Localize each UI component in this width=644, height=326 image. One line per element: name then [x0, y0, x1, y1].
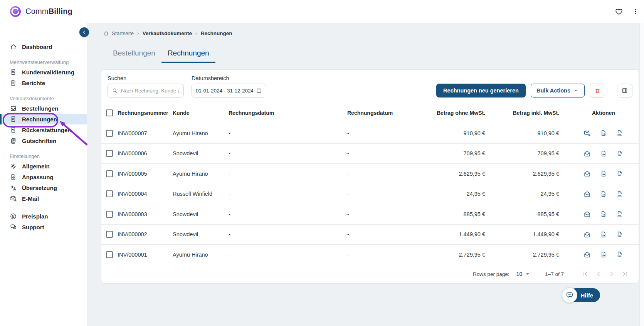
- row-checkbox[interactable]: [106, 251, 113, 258]
- gear-icon: [10, 163, 17, 170]
- kebab-menu-icon[interactable]: [632, 7, 639, 16]
- table-toolbar: Suchen Datumsbereich Rechnungen neu gene…: [101, 70, 639, 103]
- download-xml-button[interactable]: XML: [616, 210, 623, 218]
- sidebar-item-allgemein[interactable]: Allgemein: [0, 161, 87, 171]
- send-invoice-email-button[interactable]: [583, 251, 591, 258]
- breadcrumb-separator: ›: [195, 30, 197, 36]
- breadcrumb-item-rechnungen[interactable]: Rechnungen: [201, 30, 232, 36]
- customer-name: Snowdevil: [173, 211, 229, 217]
- sidebar-nav: DashboardMehrwertsteuerverwaltungKundenv…: [0, 41, 87, 232]
- brand[interactable]: CommBilling: [9, 5, 72, 18]
- regenerate-invoices-button[interactable]: Rechnungen neu generieren: [436, 84, 526, 97]
- sidebar-item-bestellungen[interactable]: Bestellungen: [0, 103, 87, 114]
- amount-net: 2.629,95 €: [413, 171, 485, 177]
- download-xml-button[interactable]: XML: [616, 170, 623, 177]
- row-checkbox[interactable]: [106, 190, 113, 197]
- invoice-row: INV/000006Snowdevil--709,95 €709,95 €XML: [101, 144, 639, 164]
- sidebar-item-rechnungen[interactable]: Rechnungen: [0, 114, 87, 124]
- sidebar-section-gap: [0, 204, 87, 211]
- scrollbar-track[interactable]: [639, 23, 644, 326]
- orders-inbox-icon: [10, 105, 17, 112]
- sidebar-item-dashboard[interactable]: Dashboard: [0, 41, 87, 52]
- send-invoice-email-button[interactable]: [583, 210, 591, 218]
- send-invoice-email-button[interactable]: [583, 170, 591, 177]
- send-invoice-email-button[interactable]: [583, 231, 591, 238]
- euro-circle-icon: [10, 213, 17, 220]
- search-text-input[interactable]: [121, 88, 180, 94]
- row-checkbox[interactable]: [106, 231, 113, 238]
- download-invoice-button[interactable]: [600, 210, 607, 218]
- topbar-actions: [615, 7, 639, 16]
- date-range-value[interactable]: [196, 88, 253, 94]
- invoice-number: INV/000006: [118, 150, 173, 156]
- download-invoice-button[interactable]: [600, 150, 607, 157]
- download-xml-button[interactable]: XML: [616, 150, 623, 157]
- download-xml-button[interactable]: XML: [616, 129, 623, 137]
- sidebar-item-preisplan[interactable]: Preisplan: [0, 211, 87, 222]
- row-checkbox[interactable]: [106, 170, 113, 177]
- sidebar-item-ubersetzung[interactable]: Übersetzung: [0, 182, 87, 193]
- mail-gear-icon: [10, 195, 17, 202]
- sidebar-item-label: Rechnungen: [22, 116, 57, 123]
- sidebar-item-kundenvalidierung[interactable]: Kundenvalidierung: [0, 67, 87, 77]
- pagination-nav: [582, 270, 629, 278]
- download-xml-button[interactable]: XML: [616, 251, 623, 258]
- download-invoice-button[interactable]: [600, 231, 607, 238]
- rows-per-page-select[interactable]: 10: [516, 271, 531, 277]
- sidebar-item-ruckerstattungen[interactable]: Rückerstattungen: [0, 124, 87, 135]
- next-page-button[interactable]: [608, 270, 615, 278]
- toolbar-actions: Rechnungen neu generieren Bulk Actions: [436, 84, 632, 97]
- search-icon: [112, 87, 118, 94]
- favorites-heart-icon[interactable]: [615, 7, 623, 16]
- breadcrumb-item-startseite[interactable]: Startseite: [103, 30, 134, 36]
- search-input[interactable]: [108, 84, 184, 97]
- home-icon: [103, 30, 109, 36]
- tab-rechnungen[interactable]: Rechnungen: [161, 45, 215, 63]
- invoice-date-2: -: [347, 191, 413, 197]
- tab-bestellungen[interactable]: Bestellungen: [107, 45, 161, 63]
- sidebar-item-anpassung[interactable]: Anpassung: [0, 171, 87, 182]
- invoice-date-2: -: [347, 130, 413, 136]
- download-xml-button[interactable]: XML: [616, 231, 623, 238]
- select-all-checkbox[interactable]: [106, 109, 113, 116]
- previous-page-button[interactable]: [595, 270, 602, 278]
- send-invoice-email-button[interactable]: [583, 190, 591, 198]
- chat-help-icon: [565, 291, 574, 299]
- sidebar-item-support[interactable]: Support: [0, 222, 87, 232]
- send-invoice-email-button[interactable]: [583, 150, 591, 157]
- delete-selected-button[interactable]: [590, 84, 605, 97]
- sidebar-item-gutschriften[interactable]: Gutschriften: [0, 135, 87, 146]
- sidebar-collapse-button[interactable]: [79, 27, 89, 37]
- send-invoice-email-button[interactable]: [583, 129, 591, 137]
- sidebar-item-label: Allgemein: [22, 163, 50, 170]
- download-invoice-button[interactable]: [600, 170, 607, 177]
- help-button[interactable]: Hilfe: [562, 287, 600, 303]
- column-settings-button[interactable]: [617, 84, 632, 97]
- download-xml-button[interactable]: XML: [616, 190, 623, 198]
- pagination-range: 1–7 of 7: [545, 271, 564, 277]
- row-checkbox[interactable]: [106, 150, 113, 157]
- date-range-input[interactable]: [192, 84, 266, 97]
- first-page-button[interactable]: [582, 270, 589, 278]
- breadcrumb-item-verkaufsdokumente[interactable]: Verkaufsdokumente: [143, 30, 192, 36]
- sidebar-item-e-mail[interactable]: E-Mail: [0, 193, 87, 204]
- column-header-rechnungsnummer-0: Rechnungsnummer: [118, 110, 173, 116]
- main-content: Startseite›Verkaufsdokumente›Rechnungen …: [87, 23, 644, 326]
- sidebar-item-berichte[interactable]: Berichte: [0, 77, 87, 88]
- columns-icon: [621, 87, 628, 94]
- download-invoice-button[interactable]: [600, 251, 607, 258]
- bulk-actions-button[interactable]: Bulk Actions: [531, 84, 585, 97]
- row-checkbox[interactable]: [106, 130, 113, 137]
- invoice-row: INV/000002Snowdevil--1.449,90 €1.449,90 …: [101, 225, 639, 245]
- calendar-icon: [256, 87, 262, 94]
- download-invoice-button[interactable]: [600, 129, 607, 137]
- invoice-date-2: -: [347, 252, 413, 258]
- breadcrumb: Startseite›Verkaufsdokumente›Rechnungen: [103, 29, 644, 37]
- invoice-date-1: -: [229, 171, 347, 177]
- row-checkbox[interactable]: [106, 211, 113, 218]
- table-body: INV/000007Ayumu Hirano--910,90 €910,90 €…: [101, 123, 639, 265]
- last-page-button[interactable]: [621, 270, 629, 278]
- sidebar-item-label: Gutschriften: [22, 138, 56, 144]
- download-invoice-button[interactable]: [600, 190, 607, 198]
- sidebar-item-label: Bestellungen: [22, 105, 58, 112]
